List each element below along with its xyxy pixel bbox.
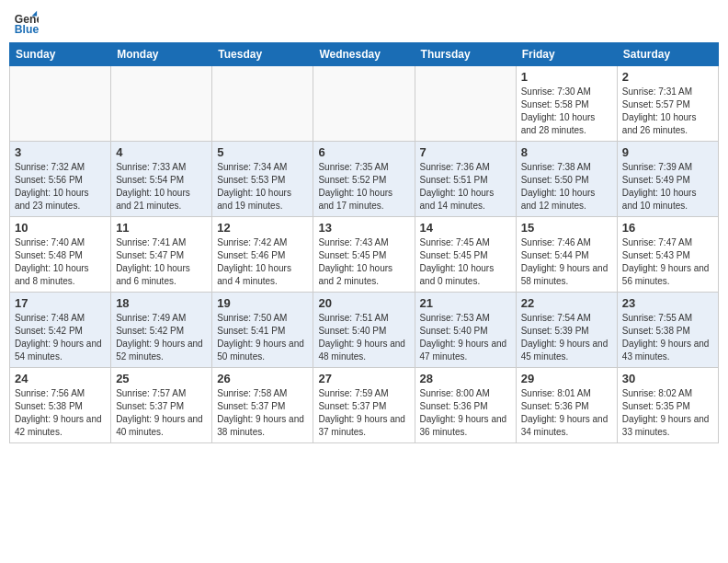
calendar-day-cell: 9Sunrise: 7:39 AM Sunset: 5:49 PM Daylig…	[617, 142, 718, 217]
day-number: 1	[521, 70, 612, 84]
day-info: Sunrise: 7:48 AM Sunset: 5:42 PM Dayligh…	[15, 312, 106, 363]
calendar-day-cell: 23Sunrise: 7:55 AM Sunset: 5:38 PM Dayli…	[617, 293, 718, 368]
calendar-header-cell: Tuesday	[212, 43, 313, 66]
day-number: 9	[622, 145, 713, 159]
day-info: Sunrise: 7:35 AM Sunset: 5:52 PM Dayligh…	[318, 161, 409, 213]
day-info: Sunrise: 7:30 AM Sunset: 5:58 PM Dayligh…	[521, 86, 612, 137]
day-number: 16	[622, 221, 713, 235]
day-info: Sunrise: 7:42 AM Sunset: 5:46 PM Dayligh…	[217, 236, 308, 288]
day-info: Sunrise: 7:31 AM Sunset: 5:57 PM Dayligh…	[622, 86, 713, 137]
calendar-day-cell: 29Sunrise: 8:01 AM Sunset: 5:36 PM Dayli…	[516, 368, 617, 443]
calendar-table: SundayMondayTuesdayWednesdayThursdayFrid…	[9, 42, 719, 443]
day-number: 6	[318, 145, 409, 159]
day-info: Sunrise: 7:54 AM Sunset: 5:39 PM Dayligh…	[521, 312, 612, 363]
calendar-day-cell: 28Sunrise: 8:00 AM Sunset: 5:36 PM Dayli…	[415, 368, 516, 443]
day-info: Sunrise: 7:43 AM Sunset: 5:45 PM Dayligh…	[318, 236, 409, 288]
calendar-header-cell: Monday	[111, 43, 212, 66]
calendar-day-cell: 7Sunrise: 7:36 AM Sunset: 5:51 PM Daylig…	[415, 142, 516, 217]
day-info: Sunrise: 8:00 AM Sunset: 5:36 PM Dayligh…	[420, 387, 511, 439]
calendar-day-cell: 15Sunrise: 7:46 AM Sunset: 5:44 PM Dayli…	[516, 217, 617, 293]
day-info: Sunrise: 7:50 AM Sunset: 5:41 PM Dayligh…	[217, 312, 308, 363]
day-number: 27	[318, 372, 409, 385]
day-info: Sunrise: 8:01 AM Sunset: 5:36 PM Dayligh…	[521, 387, 612, 439]
day-number: 20	[318, 296, 409, 310]
day-number: 8	[521, 145, 612, 159]
calendar-day-cell: 26Sunrise: 7:58 AM Sunset: 5:37 PM Dayli…	[212, 368, 313, 443]
calendar-day-cell	[313, 66, 415, 142]
calendar-day-cell: 5Sunrise: 7:34 AM Sunset: 5:53 PM Daylig…	[212, 142, 313, 217]
calendar-day-cell: 8Sunrise: 7:38 AM Sunset: 5:50 PM Daylig…	[516, 142, 617, 217]
calendar-day-cell	[111, 66, 212, 142]
calendar-day-cell: 12Sunrise: 7:42 AM Sunset: 5:46 PM Dayli…	[212, 217, 313, 293]
day-number: 7	[420, 145, 511, 159]
day-info: Sunrise: 7:55 AM Sunset: 5:38 PM Dayligh…	[622, 312, 713, 363]
day-number: 21	[420, 296, 511, 310]
day-number: 25	[116, 372, 207, 385]
calendar-week-row: 24Sunrise: 7:56 AM Sunset: 5:38 PM Dayli…	[10, 368, 719, 443]
day-info: Sunrise: 7:40 AM Sunset: 5:48 PM Dayligh…	[15, 236, 106, 288]
day-info: Sunrise: 7:32 AM Sunset: 5:56 PM Dayligh…	[15, 161, 106, 213]
day-info: Sunrise: 7:59 AM Sunset: 5:37 PM Dayligh…	[318, 387, 409, 439]
calendar-body: 1Sunrise: 7:30 AM Sunset: 5:58 PM Daylig…	[10, 66, 719, 443]
calendar-day-cell	[212, 66, 313, 142]
day-info: Sunrise: 7:51 AM Sunset: 5:40 PM Dayligh…	[318, 312, 409, 363]
svg-text:Blue: Blue	[15, 23, 39, 35]
calendar-day-cell: 24Sunrise: 7:56 AM Sunset: 5:38 PM Dayli…	[10, 368, 111, 443]
calendar-day-cell: 20Sunrise: 7:51 AM Sunset: 5:40 PM Dayli…	[313, 293, 415, 368]
day-number: 5	[217, 145, 308, 159]
day-info: Sunrise: 7:45 AM Sunset: 5:45 PM Dayligh…	[420, 236, 511, 288]
day-number: 3	[15, 145, 106, 159]
calendar-header-cell: Saturday	[617, 43, 718, 66]
day-info: Sunrise: 7:39 AM Sunset: 5:49 PM Dayligh…	[622, 161, 713, 213]
day-number: 15	[521, 221, 612, 235]
day-number: 14	[420, 221, 511, 235]
day-number: 17	[15, 296, 106, 310]
day-info: Sunrise: 7:49 AM Sunset: 5:42 PM Dayligh…	[116, 312, 207, 363]
calendar-week-row: 3Sunrise: 7:32 AM Sunset: 5:56 PM Daylig…	[10, 142, 719, 217]
calendar-day-cell: 21Sunrise: 7:53 AM Sunset: 5:40 PM Dayli…	[415, 293, 516, 368]
calendar-day-cell: 14Sunrise: 7:45 AM Sunset: 5:45 PM Dayli…	[415, 217, 516, 293]
calendar-day-cell: 2Sunrise: 7:31 AM Sunset: 5:57 PM Daylig…	[617, 66, 718, 142]
day-info: Sunrise: 7:58 AM Sunset: 5:37 PM Dayligh…	[217, 387, 308, 439]
day-number: 10	[15, 221, 106, 235]
calendar-week-row: 10Sunrise: 7:40 AM Sunset: 5:48 PM Dayli…	[10, 217, 719, 293]
calendar-header-cell: Sunday	[10, 43, 111, 66]
day-number: 29	[521, 372, 612, 385]
calendar-day-cell: 1Sunrise: 7:30 AM Sunset: 5:58 PM Daylig…	[516, 66, 617, 142]
day-number: 26	[217, 372, 308, 385]
calendar-day-cell: 6Sunrise: 7:35 AM Sunset: 5:52 PM Daylig…	[313, 142, 415, 217]
calendar-day-cell: 19Sunrise: 7:50 AM Sunset: 5:41 PM Dayli…	[212, 293, 313, 368]
day-info: Sunrise: 7:34 AM Sunset: 5:53 PM Dayligh…	[217, 161, 308, 213]
day-number: 12	[217, 221, 308, 235]
day-number: 2	[622, 70, 713, 84]
calendar-day-cell: 11Sunrise: 7:41 AM Sunset: 5:47 PM Dayli…	[111, 217, 212, 293]
day-info: Sunrise: 7:56 AM Sunset: 5:38 PM Dayligh…	[15, 387, 106, 439]
day-info: Sunrise: 7:57 AM Sunset: 5:37 PM Dayligh…	[116, 387, 207, 439]
calendar-day-cell: 10Sunrise: 7:40 AM Sunset: 5:48 PM Dayli…	[10, 217, 111, 293]
day-number: 18	[116, 296, 207, 310]
day-info: Sunrise: 8:02 AM Sunset: 5:35 PM Dayligh…	[622, 387, 713, 439]
day-info: Sunrise: 7:38 AM Sunset: 5:50 PM Dayligh…	[521, 161, 612, 213]
day-info: Sunrise: 7:47 AM Sunset: 5:43 PM Dayligh…	[622, 236, 713, 288]
day-info: Sunrise: 7:53 AM Sunset: 5:40 PM Dayligh…	[420, 312, 511, 363]
calendar-day-cell	[415, 66, 516, 142]
calendar-day-cell	[10, 66, 111, 142]
calendar-week-row: 1Sunrise: 7:30 AM Sunset: 5:58 PM Daylig…	[10, 66, 719, 142]
calendar-header-cell: Thursday	[415, 43, 516, 66]
day-number: 24	[15, 372, 106, 385]
day-number: 4	[116, 145, 207, 159]
calendar-header-cell: Wednesday	[313, 43, 415, 66]
logo: General Blue	[13, 9, 39, 35]
day-number: 19	[217, 296, 308, 310]
day-number: 11	[116, 221, 207, 235]
day-info: Sunrise: 7:36 AM Sunset: 5:51 PM Dayligh…	[420, 161, 511, 213]
calendar-day-cell: 17Sunrise: 7:48 AM Sunset: 5:42 PM Dayli…	[10, 293, 111, 368]
calendar-day-cell: 4Sunrise: 7:33 AM Sunset: 5:54 PM Daylig…	[111, 142, 212, 217]
day-number: 13	[318, 221, 409, 235]
calendar-day-cell: 22Sunrise: 7:54 AM Sunset: 5:39 PM Dayli…	[516, 293, 617, 368]
calendar-header-cell: Friday	[516, 43, 617, 66]
calendar-day-cell: 25Sunrise: 7:57 AM Sunset: 5:37 PM Dayli…	[111, 368, 212, 443]
day-number: 22	[521, 296, 612, 310]
calendar-week-row: 17Sunrise: 7:48 AM Sunset: 5:42 PM Dayli…	[10, 293, 719, 368]
calendar-day-cell: 13Sunrise: 7:43 AM Sunset: 5:45 PM Dayli…	[313, 217, 415, 293]
